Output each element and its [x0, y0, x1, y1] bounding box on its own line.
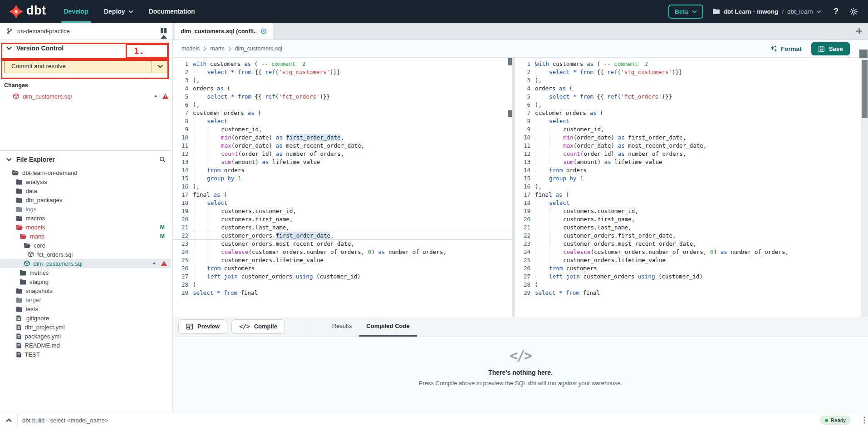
tree-item-dbt-packages[interactable]: dbt_packages: [0, 195, 171, 204]
dbt-logo[interactable]: dbt: [0, 5, 56, 19]
code-line[interactable]: 29select * from final: [173, 289, 512, 297]
expand-command-bar-button[interactable]: [0, 418, 17, 422]
version-control-header[interactable]: Version Control: [0, 40, 172, 56]
tab-compiled-code[interactable]: Compiled Code: [359, 317, 417, 337]
code-line[interactable]: 28): [173, 281, 512, 289]
breadcrumb-models[interactable]: models: [181, 45, 200, 52]
changed-file-row[interactable]: dim_customers.sql: [0, 91, 172, 101]
code-line[interactable]: 17final as (: [173, 191, 512, 199]
code-line[interactable]: 13 sum(amount) as lifetime_value: [515, 158, 868, 166]
code-line[interactable]: 28): [515, 281, 868, 289]
code-line[interactable]: 14 from orders: [173, 166, 512, 174]
code-line[interactable]: 27 left join customer_orders using (cust…: [515, 273, 868, 281]
code-line[interactable]: 11 max(order_date) as most_recent_order_…: [173, 142, 512, 150]
code-line[interactable]: 17final as (: [515, 191, 868, 199]
nav-documentation[interactable]: Documentation: [141, 0, 203, 23]
code-line[interactable]: 3),: [515, 76, 868, 84]
tree-item-models[interactable]: modelsM: [0, 223, 171, 232]
tree-item-core[interactable]: core: [0, 241, 171, 250]
editor-pane-right[interactable]: 1with customers as ( -- comment 22 selec…: [515, 58, 868, 317]
breadcrumb-marts[interactable]: marts: [210, 45, 224, 52]
code-line[interactable]: 9 customer_id,: [173, 125, 512, 134]
code-line[interactable]: 24 coalesce(customer_orders.number_of_or…: [515, 248, 868, 256]
code-line[interactable]: 22 customer_orders.first_order_date,: [173, 232, 512, 240]
tree-item-marts[interactable]: martsM: [0, 232, 171, 241]
code-line[interactable]: 11 max(order_date) as most_recent_order_…: [515, 142, 868, 150]
code-line[interactable]: 15 group by 1: [173, 174, 512, 183]
scrollbar-thumb[interactable]: [862, 60, 868, 118]
code-line[interactable]: 4orders as (: [173, 84, 512, 93]
overflow-menu-button[interactable]: [863, 417, 865, 424]
code-line[interactable]: 6),: [515, 101, 868, 109]
docs-book-button[interactable]: [159, 27, 168, 35]
nav-deploy[interactable]: Deploy: [96, 0, 141, 23]
code-line[interactable]: 18 select: [515, 199, 868, 207]
code-line[interactable]: 26 from customers: [173, 264, 512, 273]
save-button[interactable]: Save: [811, 42, 850, 55]
settings-button[interactable]: [849, 7, 858, 16]
code-line[interactable]: 7customer_orders as (: [173, 109, 512, 117]
tree-item-test[interactable]: TEST: [0, 350, 171, 359]
tree-item--gitignore[interactable]: .gitignore: [0, 313, 171, 323]
code-line[interactable]: 20 customers.first_name,: [515, 215, 868, 223]
code-line[interactable]: 21 customers.last_name,: [515, 223, 868, 232]
new-tab-button[interactable]: [856, 23, 863, 40]
code-line[interactable]: 15 group by 1: [515, 174, 868, 183]
code-line[interactable]: 18 select: [173, 199, 512, 207]
editor-pane-left[interactable]: 1with customers as ( -- comment 22 selec…: [173, 58, 512, 317]
code-line[interactable]: 13 sum(amount) as lifetime_value: [173, 158, 512, 166]
code-line[interactable]: 20 customers.first_name,: [173, 215, 512, 223]
code-line[interactable]: 23 customer_orders.most_recent_order_dat…: [173, 240, 512, 248]
tree-item-readme-md[interactable]: README.md: [0, 341, 171, 350]
format-button[interactable]: Format: [770, 45, 802, 53]
tab-dim-customers[interactable]: dim_customers.sql (confli...: [175, 23, 273, 40]
tree-item-tests[interactable]: tests: [0, 304, 171, 313]
code-line[interactable]: 25 customer_orders.lifetime_value: [515, 256, 868, 264]
code-line[interactable]: 7customer_orders as (: [515, 109, 868, 117]
code-line[interactable]: 8 select: [515, 117, 868, 125]
code-line[interactable]: 27 left join customer_orders using (cust…: [173, 273, 512, 281]
tree-item-packages-yml[interactable]: packages.yml: [0, 332, 171, 341]
tree-item-dbt-project-yml[interactable]: dbt_project.yml: [0, 323, 171, 332]
code-line[interactable]: 16),: [173, 183, 512, 191]
code-line[interactable]: 8 select: [173, 117, 512, 125]
scrollbar-marker[interactable]: [508, 58, 512, 65]
search-icon[interactable]: [159, 156, 166, 163]
tree-item-snapshots[interactable]: snapshots: [0, 286, 171, 295]
tree-item-analysis[interactable]: analysis: [0, 177, 171, 186]
code-line[interactable]: 19 customers.customer_id,: [515, 207, 868, 215]
tree-item-dim-customers-sql[interactable]: dim_customers.sql: [0, 259, 171, 268]
code-line[interactable]: 4orders as (: [515, 84, 868, 93]
nav-develop[interactable]: Develop: [56, 0, 96, 23]
code-line[interactable]: 24 coalesce(customer_orders.number_of_or…: [173, 248, 512, 256]
tree-item-dbt-learn-on-demand[interactable]: dbt-learn-on-demand: [0, 168, 171, 177]
code-line[interactable]: 22 customer_orders.first_order_date,: [515, 232, 868, 240]
code-line[interactable]: 10 min(order_date) as first_order_date,: [173, 134, 512, 142]
code-line[interactable]: 23 customer_orders.most_recent_order_dat…: [515, 240, 868, 248]
code-line[interactable]: 5 select * from {{ ref('fct_orders')}}: [515, 93, 868, 101]
beta-button[interactable]: Beta: [668, 5, 703, 19]
tab-results[interactable]: Results: [325, 317, 359, 337]
code-line[interactable]: 29select * from final: [515, 289, 868, 297]
branch-row[interactable]: on-demand-practice: [0, 23, 172, 40]
help-button[interactable]: ?: [833, 6, 839, 16]
code-line[interactable]: 6),: [173, 101, 512, 109]
code-line[interactable]: 2 select * from {{ ref('stg_customers')}…: [515, 68, 868, 76]
command-input[interactable]: dbt build --select <model_name>: [22, 417, 820, 424]
preview-button[interactable]: Preview: [178, 319, 227, 334]
code-line[interactable]: 1with customers as ( -- comment 2: [173, 60, 512, 68]
code-line[interactable]: 9 customer_id,: [515, 125, 868, 134]
tree-item-data[interactable]: data: [0, 186, 171, 195]
compile-button[interactable]: </> Compile: [231, 319, 285, 334]
code-line[interactable]: 5 select * from {{ ref('fct_orders')}}: [173, 93, 512, 101]
code-line[interactable]: 19 customers.customer_id,: [173, 207, 512, 215]
code-line[interactable]: 21 customers.last_name,: [173, 223, 512, 232]
code-line[interactable]: 1with customers as ( -- comment 2: [515, 60, 868, 68]
code-line[interactable]: 12 count(order_id) as number_of_orders,: [173, 150, 512, 158]
project-selector[interactable]: dbt Learn - mwong / dbt_learn: [712, 8, 822, 15]
code-line[interactable]: 2 select * from {{ ref('stg_customers')}…: [173, 68, 512, 76]
code-line[interactable]: 25 customer_orders.lifetime_value: [173, 256, 512, 264]
tree-item-metrics[interactable]: metrics: [0, 268, 171, 277]
tree-item-staging[interactable]: staging: [0, 277, 171, 286]
commit-and-resolve-button[interactable]: Commit and resolve: [4, 59, 168, 73]
